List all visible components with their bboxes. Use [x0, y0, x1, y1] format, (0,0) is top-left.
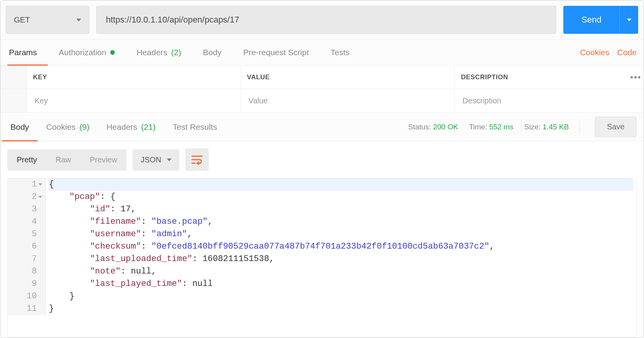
line-number: 5 [8, 228, 45, 240]
line-number: 2 [8, 191, 45, 203]
tab-body[interactable]: Body [192, 40, 232, 65]
http-method-select[interactable]: GET [6, 6, 89, 34]
raw-button[interactable]: Raw [46, 149, 80, 171]
response-tab-cookies-count: (9) [80, 122, 90, 132]
send-dropdown-button[interactable] [620, 6, 638, 34]
code-line: "note": null, [49, 265, 633, 278]
line-number: 9 [8, 278, 45, 290]
code-line: "id": 17, [49, 203, 633, 216]
tab-authorization-label: Authorization [59, 48, 106, 57]
request-bar: GET https://10.0.1.10/api/open/pcaps/17 … [0, 0, 644, 39]
line-number: 6 [8, 240, 45, 253]
response-tab-headers[interactable]: Headers (21) [98, 113, 164, 141]
code-table: 1234567891011 { "pcap": { "id": 17, "fil… [8, 178, 636, 315]
request-links: Cookies Code [580, 48, 637, 57]
code-link[interactable]: Code [617, 48, 637, 57]
col-description: DESCRIPTION [455, 66, 628, 89]
row-gutter [0, 89, 27, 112]
chevron-down-icon [627, 19, 632, 21]
send-button[interactable]: Send [563, 6, 620, 34]
params-input-row [0, 89, 644, 112]
chevron-down-icon [167, 159, 171, 161]
line-number: 3 [8, 203, 45, 216]
tab-tests-label: Tests [331, 48, 350, 57]
code-lines: { "pcap": { "id": 17, "filename": "base.… [46, 178, 636, 315]
wrap-icon [191, 154, 203, 165]
line-gutter: 1234567891011 [8, 178, 46, 315]
response-body-editor[interactable]: 1234567891011 { "pcap": { "id": 17, "fil… [7, 178, 637, 338]
line-number: 7 [8, 253, 45, 265]
code-line: } [49, 303, 633, 315]
size-value: 1.45 KB [543, 123, 569, 131]
divider [580, 119, 580, 135]
code-line: "username": "admin", [49, 228, 633, 240]
tab-tests[interactable]: Tests [320, 40, 360, 65]
time-label: Time: [469, 123, 487, 131]
line-number: 11 [8, 303, 45, 315]
more-icon[interactable]: ••• [628, 66, 644, 89]
status-label: Status: [408, 123, 431, 131]
cookies-link[interactable]: Cookies [580, 48, 609, 57]
params-header-row: KEY VALUE DESCRIPTION ••• [0, 66, 644, 89]
view-mode-segment: Pretty Raw Preview [7, 149, 126, 171]
fold-caret-icon[interactable] [38, 196, 42, 198]
url-text: https://10.0.1.10/api/open/pcaps/17 [106, 15, 239, 25]
format-select[interactable]: JSON [133, 149, 179, 171]
row-gutter [0, 66, 27, 89]
line-number: 1 [8, 178, 45, 191]
tab-headers[interactable]: Headers (2) [126, 40, 192, 65]
response-tab-test-results-label: Test Results [173, 122, 217, 132]
tab-params[interactable]: Params [7, 40, 48, 65]
app-frame: GET https://10.0.1.10/api/open/pcaps/17 … [0, 0, 644, 338]
tab-body-label: Body [203, 48, 222, 57]
response-tab-headers-label: Headers [106, 122, 137, 132]
tab-headers-count: (2) [171, 48, 181, 57]
line-number: 4 [8, 216, 45, 228]
url-input[interactable]: https://10.0.1.10/api/open/pcaps/17 [96, 6, 556, 34]
body-view-controls: Pretty Raw Preview JSON [0, 141, 644, 178]
size-block: Size: 1.45 KB [524, 123, 569, 131]
value-input[interactable] [247, 96, 448, 105]
col-value: VALUE [241, 66, 455, 89]
code-line: "last_played_time": null [49, 278, 633, 290]
send-button-group: Send [563, 6, 638, 34]
response-tab-body[interactable]: Body [2, 113, 38, 141]
size-label: Size: [524, 123, 540, 131]
code-line: "filename": "base.pcap", [49, 216, 633, 228]
row-more-spacer [628, 89, 644, 112]
line-number: 8 [8, 265, 45, 278]
tab-prerequest[interactable]: Pre-request Script [232, 40, 320, 65]
status-value: 200 OK [433, 123, 458, 131]
tab-headers-label: Headers [137, 48, 167, 57]
http-method-label: GET [14, 16, 30, 24]
tab-authorization[interactable]: Authorization [48, 40, 126, 65]
time-block: Time: 552 ms [469, 123, 513, 131]
status-dot-icon [110, 50, 115, 55]
description-input[interactable] [461, 96, 622, 105]
line-number: 10 [8, 290, 45, 303]
format-label: JSON [140, 155, 161, 164]
fold-caret-icon[interactable] [38, 183, 42, 186]
col-key: KEY [27, 66, 241, 89]
save-response-button[interactable]: Save [595, 117, 637, 137]
code-line: } [49, 290, 633, 303]
chevron-down-icon [76, 19, 81, 21]
code-line: { [49, 178, 633, 191]
response-tab-test-results[interactable]: Test Results [164, 113, 225, 141]
code-line: "checksum": "0efced8140bff90529caa077a48… [49, 240, 633, 253]
response-tab-cookies[interactable]: Cookies (9) [38, 113, 98, 141]
code-line: "last_uploaded_time": 1608211151538, [49, 253, 633, 265]
response-tab-cookies-label: Cookies [46, 122, 76, 132]
preview-button[interactable]: Preview [80, 149, 126, 171]
response-tab-body-label: Body [10, 122, 29, 132]
code-line: "pcap": { [49, 191, 633, 203]
key-input[interactable] [33, 96, 234, 105]
tab-params-label: Params [9, 48, 37, 57]
wrap-lines-button[interactable] [185, 148, 209, 171]
request-tabs: Params Authorization Headers (2) Body Pr… [0, 39, 644, 66]
response-tab-headers-count: (21) [141, 122, 156, 132]
params-table: KEY VALUE DESCRIPTION ••• [0, 66, 644, 113]
status-block: Status: 200 OK [408, 123, 458, 131]
time-value: 552 ms [489, 123, 513, 131]
pretty-button[interactable]: Pretty [7, 149, 46, 171]
